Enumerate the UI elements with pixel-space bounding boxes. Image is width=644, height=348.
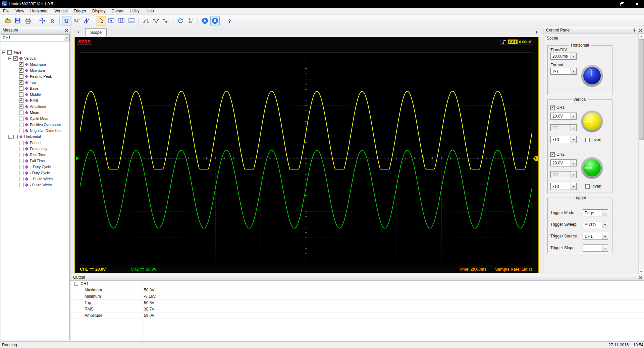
ch2-probe-select[interactable]: x10 xyxy=(550,183,577,190)
checkbox-base[interactable] xyxy=(19,86,23,91)
close-button[interactable] xyxy=(629,0,644,8)
menu-vertical[interactable]: Vertical xyxy=(51,8,70,15)
menu-horizontal[interactable]: Horizontal xyxy=(27,8,51,15)
grid-columns-button[interactable] xyxy=(117,16,126,25)
ch1-ground-marker[interactable] xyxy=(76,156,79,161)
checkbox-frequency[interactable] xyxy=(19,147,23,151)
ch2-invert-checkbox[interactable] xyxy=(585,184,590,189)
horizontal-position-knob[interactable] xyxy=(581,65,603,86)
help-button[interactable]: ? xyxy=(225,16,234,25)
cursor-select-button[interactable] xyxy=(97,16,106,25)
tree-item-pulse-width[interactable]: - Pulse Width xyxy=(1,182,69,188)
checkbox-vertical[interactable] xyxy=(13,56,18,61)
tree-item-rms[interactable]: RMS xyxy=(1,97,69,103)
tree-item-negative-overshoot[interactable]: Negative Overshoot xyxy=(1,128,69,134)
tree-item-frequency[interactable]: Frequency xyxy=(1,146,69,152)
menu-help[interactable]: Help xyxy=(143,8,157,15)
measure-channel-select[interactable]: CH1 xyxy=(1,34,70,41)
tree-item-pulse-width[interactable]: + Pulse Width xyxy=(1,176,69,182)
ramp-wave-button[interactable] xyxy=(82,16,92,25)
ch1-coupling-select[interactable]: DC xyxy=(550,124,577,131)
pause-button[interactable] xyxy=(210,16,220,25)
checkbox-middle[interactable] xyxy=(19,92,23,97)
save-button[interactable] xyxy=(13,16,22,25)
tree-item-peak-to-peak[interactable]: Peak to Peak xyxy=(1,73,69,79)
step-interpolation-button[interactable] xyxy=(141,16,151,25)
trigger-slope-select[interactable]: + xyxy=(583,245,608,252)
checkbox-top[interactable] xyxy=(19,80,23,85)
menu-trigger[interactable]: Trigger xyxy=(71,8,90,15)
trigger-level-marker[interactable]: T xyxy=(533,156,538,161)
tree-item-mean[interactable]: Mean xyxy=(1,110,69,116)
start-button[interactable] xyxy=(200,16,210,25)
checkbox-rms[interactable] xyxy=(19,98,23,103)
refresh-button[interactable] xyxy=(176,16,185,25)
menu-file[interactable]: File xyxy=(0,8,12,15)
menu-display[interactable]: Display xyxy=(89,8,108,15)
tree-item-duty-cycle[interactable]: - Duty Cycle xyxy=(1,170,69,176)
ch1-scale-select[interactable]: 20.0V xyxy=(550,113,577,120)
trigger-mode-select[interactable]: Edge xyxy=(583,209,608,216)
checkbox-peak-to-peak[interactable] xyxy=(19,74,23,79)
checkbox-fall-time[interactable] xyxy=(19,159,23,163)
checkbox-positive-overshoot[interactable] xyxy=(19,123,23,127)
close-panel-icon[interactable] xyxy=(65,29,68,32)
ch2-coupling-select[interactable]: DC xyxy=(550,171,577,178)
checkbox-negative-overshoot[interactable] xyxy=(19,129,23,133)
control-panel-scrollbar[interactable] xyxy=(638,33,644,274)
close-panel-icon[interactable] xyxy=(639,29,642,32)
tree-item-cycle-mean[interactable]: Cycle Mean xyxy=(1,116,69,122)
checkbox-horizontal[interactable] xyxy=(13,135,18,139)
tree-item-duty-cycle[interactable]: + Duty Cycle xyxy=(1,164,69,170)
collapse-icon[interactable] xyxy=(8,135,12,139)
menu-cursor[interactable]: Cursor xyxy=(108,8,126,15)
tree-item-vertical[interactable]: Vertical xyxy=(1,55,69,61)
minimize-button[interactable] xyxy=(600,0,614,8)
ch2-enable-checkbox[interactable] xyxy=(550,152,555,157)
tree-item-amplitude[interactable]: Amplitude xyxy=(1,103,69,110)
pin-icon[interactable] xyxy=(633,28,636,32)
time-div-select[interactable]: 20.00ms xyxy=(550,53,577,60)
scroll-up-button[interactable] xyxy=(639,33,644,39)
tab-scope[interactable]: Scope xyxy=(85,28,107,36)
restore-button[interactable] xyxy=(614,0,629,8)
tree-item-period[interactable]: Period xyxy=(1,140,69,146)
checkbox-amplitude[interactable] xyxy=(19,105,23,109)
ch2-scale-select[interactable]: 20.0V xyxy=(550,159,577,166)
checkbox-pulse-width[interactable] xyxy=(19,177,23,181)
checkbox-maximum[interactable] xyxy=(19,62,23,67)
tree-item-fall-time[interactable]: Fall Time xyxy=(1,158,69,164)
checkbox-type[interactable] xyxy=(7,50,12,55)
menu-utility[interactable]: Utility xyxy=(126,8,142,15)
checkbox-pulse-width[interactable] xyxy=(19,183,23,187)
output-group-row[interactable]: CH1 xyxy=(70,281,644,287)
tree-item-type[interactable]: Type xyxy=(1,49,69,55)
tree-item-positive-overshoot[interactable]: Positive Overshoot xyxy=(1,122,69,128)
pan-move-button[interactable] xyxy=(38,16,47,25)
tree-item-middle[interactable]: Middle xyxy=(1,91,69,97)
open-file-button[interactable] xyxy=(3,16,12,25)
collapse-icon[interactable] xyxy=(74,282,78,286)
sine-interpolation-button[interactable] xyxy=(151,16,161,25)
format-select[interactable]: Y-T xyxy=(550,68,577,75)
scroll-down-button[interactable] xyxy=(639,269,644,274)
checkbox-mean[interactable] xyxy=(19,111,23,115)
ch2-position-knob[interactable] xyxy=(581,157,603,179)
close-panel-icon[interactable] xyxy=(639,276,642,279)
trigger-sweep-select[interactable]: AUTO xyxy=(583,221,608,228)
tab-scroll-left-button[interactable] xyxy=(75,29,80,35)
trigger-source-select[interactable]: CH1 xyxy=(583,233,608,240)
scrollbar-thumb[interactable] xyxy=(639,39,644,140)
ch1-probe-select[interactable]: x10 xyxy=(550,136,577,143)
ch1-invert-checkbox[interactable] xyxy=(585,138,590,142)
collapse-icon[interactable] xyxy=(8,57,12,60)
ch1-position-knob[interactable] xyxy=(581,111,603,132)
grid-rows-button[interactable] xyxy=(127,16,136,25)
checkbox-duty-cycle[interactable] xyxy=(19,171,23,175)
checkbox-period[interactable] xyxy=(19,141,23,145)
checkbox-duty-cycle[interactable] xyxy=(19,165,23,169)
square-wave-a-button[interactable] xyxy=(62,16,71,25)
tree-item-maximum[interactable]: Maximum xyxy=(1,61,69,67)
reference-wave-button[interactable]: R xyxy=(48,16,57,25)
print-button[interactable] xyxy=(23,16,33,25)
